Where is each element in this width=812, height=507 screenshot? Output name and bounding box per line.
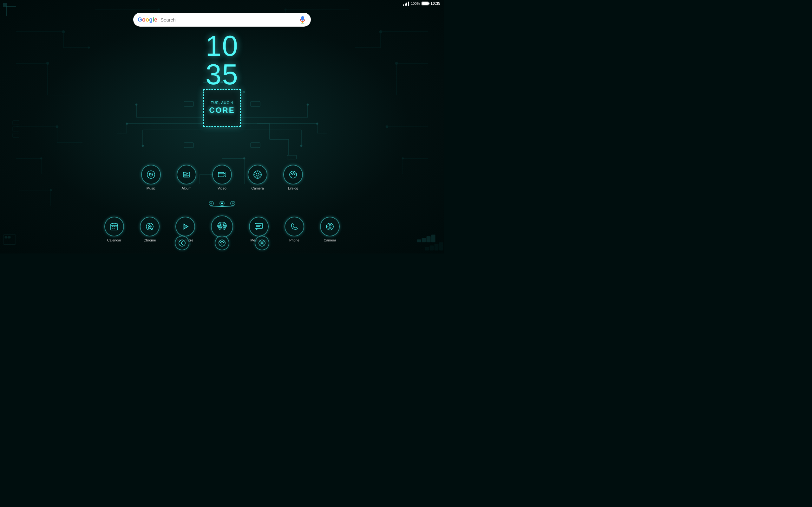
clock-hour: 10 xyxy=(206,32,239,60)
svg-rect-115 xyxy=(112,226,113,227)
lifelog-icon xyxy=(288,170,298,179)
svg-rect-117 xyxy=(115,226,117,227)
page-dot-1[interactable] xyxy=(209,201,214,206)
app-phone[interactable]: Phone xyxy=(285,217,304,242)
playstore-icon-circle xyxy=(175,217,195,236)
app-camera2[interactable]: Camera xyxy=(320,217,340,242)
page-dot-inner-3 xyxy=(232,203,234,205)
svg-point-125 xyxy=(149,226,151,228)
lifelog-icon-circle xyxy=(283,165,303,184)
search-bar[interactable]: Google xyxy=(133,13,311,26)
svg-rect-20 xyxy=(13,127,19,131)
microphone-icon[interactable] xyxy=(299,16,306,23)
camera2-label: Camera xyxy=(323,238,336,242)
clock-container: 10 35 xyxy=(206,32,239,89)
svg-point-4 xyxy=(88,47,90,49)
corner-decoration-br xyxy=(415,233,441,250)
page-dot-3[interactable] xyxy=(230,201,235,206)
apps-icon xyxy=(216,221,228,233)
svg-point-3 xyxy=(62,31,65,33)
nav-home-button[interactable] xyxy=(215,236,229,250)
svg-point-134 xyxy=(329,226,330,227)
app-album[interactable]: Album xyxy=(177,165,196,190)
svg-point-142 xyxy=(259,240,265,246)
svg-point-58 xyxy=(136,104,137,106)
music-icon xyxy=(146,170,156,179)
lifelog-label: Lifelog xyxy=(288,186,298,190)
svg-point-80 xyxy=(243,91,245,93)
signal-bar-3 xyxy=(406,3,407,6)
playstore-icon xyxy=(181,222,190,231)
svg-rect-21 xyxy=(13,133,19,137)
chip-core-label: CORE xyxy=(209,106,235,115)
battery-fill xyxy=(422,2,428,5)
app-video[interactable]: Video xyxy=(212,165,232,190)
svg-point-55 xyxy=(142,145,144,147)
svg-rect-82 xyxy=(251,143,260,148)
google-logo: Google xyxy=(138,16,157,23)
page-dot-2[interactable] xyxy=(219,201,224,206)
svg-rect-118 xyxy=(112,228,113,229)
calendar-icon xyxy=(109,222,119,231)
app-chrome[interactable]: Chrome xyxy=(140,217,159,242)
svg-rect-128 xyxy=(255,223,263,228)
svg-rect-116 xyxy=(113,226,115,227)
camera-icon xyxy=(253,170,262,179)
svg-point-99 xyxy=(188,173,189,174)
svg-point-44 xyxy=(285,9,287,10)
page-dots xyxy=(209,201,235,206)
battery-icon xyxy=(421,2,428,5)
home-icon xyxy=(218,239,225,246)
album-icon xyxy=(182,170,191,179)
svg-point-104 xyxy=(257,174,258,175)
messaging-icon-circle xyxy=(249,217,269,236)
search-input[interactable] xyxy=(160,13,296,26)
svg-point-25 xyxy=(379,31,382,33)
battery-percent: 100% xyxy=(411,2,420,5)
svg-rect-100 xyxy=(218,172,224,177)
camera-icon-circle xyxy=(248,165,267,184)
dock-indicator xyxy=(209,206,235,207)
chrome-label: Chrome xyxy=(143,238,156,242)
app-music[interactable]: Music xyxy=(141,165,161,190)
svg-rect-149 xyxy=(5,236,7,238)
nav-back-button[interactable] xyxy=(175,236,189,250)
svg-rect-151 xyxy=(417,239,421,242)
signal-bar-1 xyxy=(403,4,404,6)
apps-row-1: Music Album Video xyxy=(111,165,333,190)
svg-point-139 xyxy=(179,240,185,246)
svg-point-127 xyxy=(222,226,223,227)
svg-rect-154 xyxy=(432,235,435,242)
nav-recent-button[interactable] xyxy=(255,236,269,250)
svg-marker-126 xyxy=(183,224,188,229)
recent-icon xyxy=(258,239,265,246)
svg-point-65 xyxy=(300,145,302,147)
svg-point-144 xyxy=(261,242,263,244)
apps-icon-circle xyxy=(211,216,233,238)
svg-rect-19 xyxy=(13,120,19,125)
app-calendar[interactable]: Calendar xyxy=(104,217,124,242)
signal-bar-2 xyxy=(405,3,406,6)
video-label: Video xyxy=(217,186,226,190)
svg-rect-119 xyxy=(113,228,115,229)
camera2-icon xyxy=(325,222,335,231)
svg-point-43 xyxy=(158,9,159,10)
app-lifelog[interactable]: Lifelog xyxy=(283,165,303,190)
corner-decoration-bl xyxy=(3,233,29,250)
svg-rect-83 xyxy=(184,101,194,107)
svg-rect-141 xyxy=(221,243,223,245)
video-icon xyxy=(217,170,227,179)
svg-rect-152 xyxy=(422,238,426,242)
app-camera[interactable]: Camera xyxy=(248,165,267,190)
album-label: Album xyxy=(182,186,191,190)
svg-rect-89 xyxy=(287,155,297,159)
chip-date: TUE, AUG 4 xyxy=(211,101,234,105)
status-time: 10:35 xyxy=(430,1,440,6)
messaging-icon xyxy=(254,222,264,231)
camera-label: Camera xyxy=(251,186,264,190)
search-bar-container: Google xyxy=(133,13,311,26)
back-icon xyxy=(179,239,186,246)
svg-point-12 xyxy=(56,125,58,128)
svg-point-62 xyxy=(316,123,318,124)
svg-point-110 xyxy=(290,171,297,178)
